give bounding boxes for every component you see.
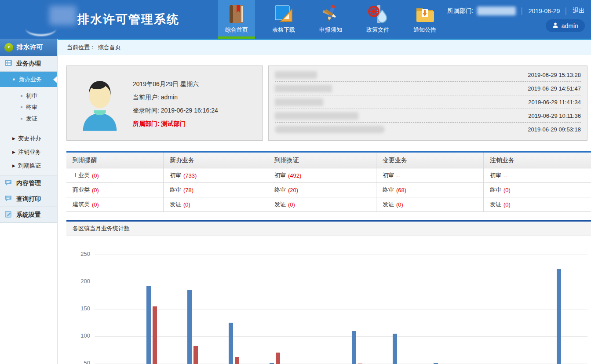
stats-cell-发证[interactable]: 发证(0) (164, 197, 268, 212)
stats-cell-发证[interactable]: 发证(0) (484, 197, 591, 212)
stats-cell-终审[interactable]: 终审(20) (268, 183, 376, 197)
stats-cell-label: 终审 (383, 186, 394, 194)
sidebar-item-到期换证[interactable]: ▶到期换证 (0, 159, 57, 172)
chart-bar-series-blue-3 (229, 323, 233, 364)
stats-cell-label: 发证 (383, 200, 394, 208)
app-title: 排水许可管理系统 (77, 11, 179, 27)
news-title-redacted (275, 71, 317, 79)
sidebar-item-查询打印[interactable]: 查询打印 (0, 191, 57, 207)
news-title-redacted (275, 98, 323, 106)
nav-item-label: 通知公告 (413, 26, 436, 34)
sidebar-item-内容管理[interactable]: 内容管理 (0, 175, 57, 191)
stats-cell-初审[interactable]: 初审(733) (164, 168, 268, 183)
stats-cell-终审[interactable]: 终审(68) (376, 183, 483, 197)
bullet-icon (21, 118, 22, 120)
stats-column-header: 新办业务 (164, 153, 268, 168)
header-meta: 所属部门: │ 2019-06-29 │ 退出 (447, 7, 585, 15)
breadcrumb-label: 当前位置： (67, 44, 95, 51)
stats-cell-终审[interactable]: 终审(0) (484, 183, 591, 197)
nav-item-4[interactable]: 政策文件 (359, 0, 396, 39)
sidebar-collapsed-group: ▶变更补办▶注销业务▶到期换证 (0, 129, 57, 175)
sidebar-item-label: 新办业务 (19, 76, 42, 84)
stats-cell-终审[interactable]: 终审(78) (164, 183, 268, 197)
stats-cell-label: 初审 (490, 171, 501, 179)
nav-item-5[interactable]: 通知公告 (406, 0, 443, 39)
stats-column-注销业务: 注销业务初审--终审(0)发证(0) (484, 153, 591, 212)
stats-cell-label: 初审 (383, 171, 394, 179)
sidebar-item-系统设置[interactable]: 系统设置 (0, 207, 57, 223)
news-item-2[interactable]: 2019-06-29 14:51:47 (275, 82, 581, 95)
stats-column-header: 到期提醒 (66, 153, 163, 168)
y-tick-label: 50 (66, 360, 90, 364)
news-item-5[interactable]: 2019-06-29 09:53:18 (275, 123, 581, 136)
sidebar-item-label: 内容管理 (16, 179, 41, 187)
sidebar-item-变更补办[interactable]: ▶变更补办 (0, 131, 57, 145)
logo-arc (26, 21, 56, 36)
current-user-button[interactable]: admin (546, 19, 585, 32)
sidebar-item-业务办理[interactable]: 业务办理 (0, 56, 57, 72)
nav-item-label: 申报须知 (319, 26, 342, 34)
stats-cell-label: 初审 (170, 171, 181, 179)
nav-item-2[interactable]: 表格下载 (265, 0, 302, 39)
stats-cell-初审[interactable]: 初审-- (484, 168, 591, 183)
chart-bar-series-blue-11 (557, 269, 561, 364)
chevron-down-icon: ▼ (12, 77, 16, 82)
chevron-right-icon: ▶ (12, 150, 15, 154)
breadcrumb-current: 综合首页 (98, 44, 121, 51)
news-timestamp: 2019-06-29 10:11:36 (528, 113, 581, 119)
profile-login-time: 登录时间: 2019-06-29 16:16:24 (133, 104, 218, 117)
stats-column-到期换证: 到期换证初审(492)终审(20)发证(0) (268, 153, 376, 212)
stats-cell-value: (492) (288, 172, 301, 179)
declare-notice-icon (321, 4, 341, 24)
stats-cell-value: (0) (183, 201, 190, 208)
stats-cell-建筑类[interactable]: 建筑类(0) (66, 197, 163, 212)
sidebar-root[interactable]: ▼排水许可 (0, 39, 57, 56)
news-item-3[interactable]: 2019-06-29 11:41:34 (275, 95, 581, 109)
sidebar-subitem-初审[interactable]: 初审 (0, 90, 57, 102)
news-timestamp: 2019-06-29 15:13:28 (528, 72, 581, 78)
stats-cell-商业类[interactable]: 商业类(0) (66, 183, 163, 197)
news-panel: 2019-06-29 15:13:282019-06-29 14:51:4720… (268, 66, 587, 141)
sidebar-subitem-发证[interactable]: 发证 (0, 113, 57, 124)
sidebar-subitem-label: 发证 (26, 115, 37, 123)
stats-cell-value: -- (396, 172, 400, 179)
sidebar-item-label: 变更补办 (18, 135, 41, 142)
stats-cell-发证[interactable]: 发证(0) (268, 197, 376, 212)
separator: │ (520, 7, 524, 15)
stats-column-header: 到期换证 (268, 153, 376, 168)
chevron-down-icon: ▼ (4, 43, 13, 52)
stats-cell-value: (0) (288, 201, 295, 208)
stats-cell-label: 商业类 (73, 186, 90, 194)
stats-cell-初审[interactable]: 初审(492) (268, 168, 376, 183)
nav-item-label: 综合首页 (225, 26, 248, 34)
sidebar-subitem-终审[interactable]: 终审 (0, 102, 57, 113)
chevron-right-icon: ▶ (12, 164, 15, 168)
logout-button[interactable]: 退出 (573, 7, 585, 15)
news-timestamp: 2019-06-29 09:53:18 (528, 126, 581, 133)
sidebar-item-新办业务[interactable]: ▼新办业务 (0, 72, 57, 87)
stats-cell-value: (0) (396, 201, 403, 208)
department-label: 所属部门: (447, 7, 474, 15)
stats-cell-初审[interactable]: 初审-- (376, 168, 483, 183)
profile-panel: 2019年06月29日 星期六 当前用户: admin 登录时间: 2019-0… (66, 66, 263, 141)
sidebar-item-label: 查询打印 (16, 195, 41, 203)
nav-item-3[interactable]: 申报须知 (312, 0, 349, 39)
stats-column-新办业务: 新办业务初审(733)终审(78)发证(0) (164, 153, 268, 212)
profile-user: 当前用户: admin (133, 91, 218, 104)
nav-item-1[interactable]: 综合首页 (218, 0, 255, 39)
print-icon (4, 194, 12, 204)
stats-cell-工业类[interactable]: 工业类(0) (66, 168, 163, 183)
sidebar-item-注销业务[interactable]: ▶注销业务 (0, 145, 57, 159)
bullet-icon (21, 95, 22, 97)
stats-table: 到期提醒工业类(0)商业类(0)建筑类(0)新办业务初审(733)终审(78)发… (66, 151, 591, 212)
news-item-4[interactable]: 2019-06-29 10:11:36 (275, 109, 581, 123)
y-tick-label: 200 (66, 278, 90, 284)
stats-cell-label: 终审 (490, 186, 501, 194)
sidebar-item-label: 到期换证 (18, 162, 41, 170)
news-item-1[interactable]: 2019-06-29 15:13:28 (275, 68, 581, 82)
header-date: 2019-06-29 (529, 7, 560, 15)
page: 排水许可管理系统 综合首页表格下载申报须知政策文件通知公告 所属部门: │ 20… (0, 0, 591, 364)
stats-cell-发证[interactable]: 发证(0) (376, 197, 483, 212)
sidebar: ▼排水许可业务办理▼新办业务初审终审发证▶变更补办▶注销业务▶到期换证内容管理查… (0, 39, 58, 364)
nav-item-label: 表格下载 (272, 26, 295, 34)
